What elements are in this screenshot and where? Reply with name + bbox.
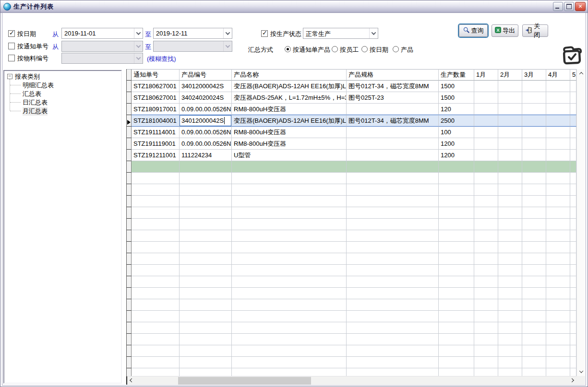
cell-month[interactable] — [570, 104, 576, 115]
cell-empty[interactable] — [570, 161, 576, 173]
table-row[interactable]: STZ180627001 34024020024S 变压器ADS-25AK，L=… — [127, 92, 576, 104]
cell-month[interactable] — [498, 150, 522, 161]
cell-month[interactable] — [474, 150, 498, 161]
by-status-checkbox[interactable]: ✓ — [261, 30, 268, 37]
table-row[interactable]: STZ180917001 0.09.00.00.0526N RM8-800uH变… — [127, 104, 576, 115]
close-button[interactable]: 关闭 — [522, 24, 548, 37]
cell-empty[interactable] — [180, 161, 232, 173]
column-header-notice[interactable]: 通知单号 — [132, 69, 180, 81]
column-header-m2[interactable]: 2月 — [498, 69, 522, 81]
cell-empty[interactable] — [439, 161, 474, 173]
cell-month[interactable] — [546, 127, 570, 138]
cell-editor[interactable]: 34012000042S — [180, 115, 231, 126]
cell-month[interactable] — [522, 115, 546, 127]
titlebar[interactable]: 生产计件列表 ✕ — [0, 0, 588, 13]
summary-radio-product[interactable] — [393, 46, 399, 52]
cell-month[interactable] — [546, 138, 570, 150]
tree-collapse-icon[interactable]: − — [7, 74, 12, 79]
vertical-scrollbar[interactable] — [576, 69, 585, 376]
scroll-down-button[interactable] — [577, 368, 585, 375]
cell-qty[interactable]: 1200 — [439, 150, 474, 161]
cell-month[interactable] — [546, 150, 570, 161]
cell-product-name[interactable]: RM8-800uH变压器 — [232, 104, 347, 115]
cell-product-name[interactable]: RM8-800uH变压器 — [232, 138, 347, 150]
cell-qty[interactable]: 1500 — [439, 92, 474, 104]
cell-month[interactable] — [474, 115, 498, 127]
cell-month[interactable] — [522, 92, 546, 104]
column-header-m5[interactable]: 5月 — [570, 69, 576, 81]
cell-notice[interactable]: STZ180627001 — [132, 92, 180, 104]
table-row[interactable]: STZ191119001 0.09.00.00.0526N RM8-800uH变… — [127, 138, 576, 150]
cell-notice[interactable]: STZ180627001 — [132, 81, 180, 92]
cell-product-no[interactable]: 0.09.00.00.0526N — [180, 127, 232, 138]
column-header-spec[interactable]: 产品规格 — [347, 69, 439, 81]
cell-notice[interactable]: STZ180917001 — [132, 104, 180, 115]
cell-month[interactable] — [570, 138, 576, 150]
scroll-right-button[interactable] — [569, 376, 576, 384]
table-row[interactable]: STZ180627001 34012000042S 变压器(BAOER)ADS-… — [127, 81, 576, 92]
cell-empty[interactable] — [132, 161, 180, 173]
chevron-down-icon[interactable] — [223, 28, 232, 38]
tree-item-detail-summary[interactable]: 明细汇总表 — [23, 81, 54, 90]
material-combobox[interactable] — [61, 53, 143, 64]
cell-qty[interactable]: 100 — [439, 127, 474, 138]
column-header-qty[interactable]: 生产数量 — [439, 69, 474, 81]
cell-product-no[interactable]: 34012000042S — [180, 81, 232, 92]
tree-root-report-type[interactable]: 报表类别 — [15, 72, 40, 81]
date-to-combobox[interactable]: 2019-12-11 — [153, 28, 232, 39]
summary-radio-date[interactable] — [361, 46, 368, 52]
cell-empty[interactable] — [474, 161, 498, 173]
cell-spec[interactable] — [347, 127, 439, 138]
cell-spec[interactable] — [347, 138, 439, 150]
column-header-m3[interactable]: 3月 — [522, 69, 546, 81]
cell-month[interactable] — [474, 92, 498, 104]
cell-spec[interactable]: 图号012T-34，磁芯宽度8MM — [347, 81, 439, 92]
chevron-down-icon[interactable] — [134, 28, 143, 38]
query-button[interactable]: 查询 — [459, 24, 488, 37]
cell-month[interactable] — [570, 81, 576, 92]
by-material-checkbox[interactable] — [8, 55, 15, 61]
new-row-placeholder[interactable] — [127, 161, 576, 173]
cell-month[interactable] — [498, 138, 522, 150]
cell-product-no[interactable]: 0.09.00.00.0526N — [180, 138, 232, 150]
cell-product-no[interactable]: 111224234 — [180, 150, 232, 161]
cell-spec[interactable]: 图号012T-34，磁芯宽度8MM — [347, 115, 439, 127]
notice-from-combobox[interactable] — [61, 41, 143, 52]
tree-item-monthly-summary[interactable]: 月汇总表 — [23, 107, 48, 116]
cell-notice[interactable]: STZ191119001 — [132, 138, 180, 150]
cell-empty[interactable] — [347, 161, 439, 173]
cell-product-name[interactable]: U型管 — [232, 150, 347, 161]
cell-product-name[interactable]: 变压器ADS-25AK，L=1.72mH±5%，H=3.5 — [232, 92, 347, 104]
column-header-m4[interactable]: 4月 — [546, 69, 570, 81]
cell-product-name[interactable]: RM8-800uH变压器 — [232, 127, 347, 138]
cell-month[interactable] — [498, 115, 522, 127]
cell-month[interactable] — [522, 104, 546, 115]
cell-month[interactable] — [474, 138, 498, 150]
cell-month[interactable] — [498, 81, 522, 92]
cell-month[interactable] — [546, 81, 570, 92]
cell-month[interactable] — [498, 92, 522, 104]
cell-month[interactable] — [474, 127, 498, 138]
cell-month[interactable] — [474, 81, 498, 92]
cell-qty[interactable]: 120 — [439, 104, 474, 115]
cell-product-name[interactable]: 变压器(BAOER)ADS-12AH EE16(加厚)L=1. — [232, 115, 347, 127]
status-combobox[interactable]: 正常生产 — [303, 28, 378, 39]
cell-month[interactable] — [546, 115, 570, 127]
table-row[interactable]: STZ191211001 111224234 U型管 1200 — [127, 150, 576, 161]
tree-item-summary[interactable]: 汇总表 — [23, 90, 41, 98]
cell-month[interactable] — [570, 127, 576, 138]
tree-item-daily-summary[interactable]: 日汇总表 — [23, 98, 48, 107]
cell-month[interactable] — [522, 138, 546, 150]
scroll-left-button[interactable] — [127, 376, 135, 384]
by-notice-checkbox[interactable] — [8, 43, 15, 49]
cell-empty[interactable] — [498, 161, 522, 173]
cell-empty[interactable] — [522, 161, 546, 173]
cell-month[interactable] — [570, 92, 576, 104]
cell-qty[interactable]: 1200 — [439, 138, 474, 150]
cell-product-no[interactable]: 34024020024S — [180, 92, 232, 104]
date-from-combobox[interactable]: 2019-11-01 — [61, 28, 143, 39]
cell-month[interactable] — [570, 150, 576, 161]
table-row[interactable]: STZ191114001 0.09.00.00.0526N RM8-800uH变… — [127, 127, 576, 138]
cell-month[interactable] — [522, 127, 546, 138]
cell-qty[interactable]: 1500 — [439, 81, 474, 92]
